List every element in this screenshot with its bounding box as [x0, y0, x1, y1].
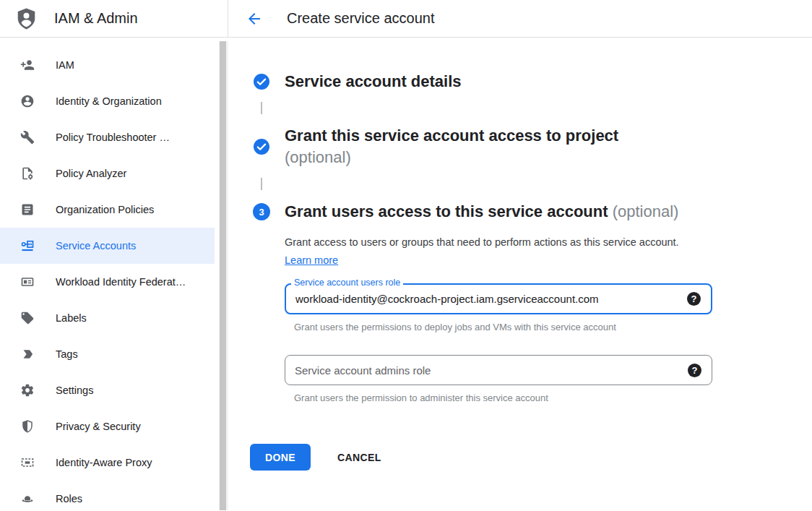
step-complete-check-icon	[253, 138, 270, 155]
learn-more-link[interactable]: Learn more	[285, 254, 338, 266]
create-service-account-panel: Service account details Grant this servi…	[228, 38, 812, 510]
page-title: Create service account	[287, 10, 435, 27]
sidebar-item-label: Roles	[56, 493, 82, 504]
sidebar-item-tags[interactable]: Tags	[0, 336, 215, 372]
gear-icon	[20, 383, 35, 398]
sidebar-scrollbar[interactable]	[219, 41, 228, 510]
service-account-key-icon	[20, 239, 35, 253]
step-optional-label: (optional)	[613, 202, 679, 220]
step-title: Grant this service account access to pro…	[285, 126, 618, 145]
sidebar-item-organization-policies[interactable]: Organization Policies	[0, 192, 215, 228]
sidebar-item-policy-troubleshooter[interactable]: Policy Troubleshooter …	[0, 119, 215, 155]
iam-shield-logo-icon	[16, 7, 37, 30]
sidebar-item-policy-analyzer[interactable]: Policy Analyzer	[0, 155, 215, 192]
step-grant-users-access[interactable]: 3 Grant users access to this service acc…	[253, 201, 812, 223]
step-connector-line	[261, 178, 262, 190]
badge-card-icon	[20, 275, 35, 289]
step-optional-label: (optional)	[285, 147, 618, 168]
sidebar-item-labels[interactable]: Labels	[0, 300, 215, 336]
field-helper-text: Grant users the permission to administer…	[294, 392, 712, 403]
sidebar-item-settings[interactable]: Settings	[0, 372, 215, 408]
step-title: Service account details	[285, 72, 462, 90]
wrench-icon	[20, 130, 35, 145]
label-tag-icon	[20, 311, 35, 325]
cancel-button[interactable]: CANCEL	[332, 444, 387, 471]
person-add-icon	[20, 58, 35, 72]
sidebar-item-workload-identity-federation[interactable]: Workload Identity Federat…	[0, 264, 215, 300]
page-header: Create service account	[228, 0, 812, 37]
scrollbar-thumb[interactable]	[220, 41, 226, 510]
step-number-badge: 3	[253, 203, 270, 220]
step-description: Grant access to users or groups that nee…	[285, 233, 686, 270]
step-connector-line	[261, 102, 262, 114]
product-title: IAM & Admin	[54, 10, 138, 27]
step-title: Grant users access to this service accou…	[285, 202, 608, 220]
top-bar: IAM & Admin Create service account	[0, 0, 812, 38]
step-grant-access-to-project[interactable]: Grant this service account access to pro…	[253, 125, 812, 168]
step-service-account-details[interactable]: Service account details	[253, 71, 812, 93]
done-button[interactable]: DONE	[250, 444, 311, 471]
shield-icon	[20, 419, 35, 434]
service-account-users-role-field: Service account users role ? Grant users…	[285, 283, 712, 332]
form-actions: DONE CANCEL	[250, 444, 812, 471]
sidebar-item-label: Identity-Aware Proxy	[56, 457, 152, 468]
sidebar-item-identity-organization[interactable]: Identity & Organization	[0, 83, 215, 119]
sidebar: IAM Identity & Organization Policy Troub…	[0, 38, 228, 510]
sidebar-item-privacy-security[interactable]: Privacy & Security	[0, 408, 215, 445]
step-complete-check-icon	[253, 73, 270, 90]
field-label: Service account users role	[291, 278, 403, 288]
sidebar-item-iam[interactable]: IAM	[0, 47, 215, 83]
proxy-icon	[20, 455, 35, 470]
sidebar-item-label: Policy Troubleshooter …	[56, 132, 170, 143]
account-circle-icon	[20, 94, 35, 108]
field-helper-text: Grant users the permissions to deploy jo…	[294, 322, 712, 332]
sidebar-item-label: Organization Policies	[56, 204, 154, 215]
help-icon[interactable]: ?	[688, 364, 701, 377]
sidebar-item-label: IAM	[56, 59, 74, 71]
sidebar-item-label: Service Accounts	[56, 240, 136, 252]
users-role-input[interactable]	[286, 285, 687, 313]
sidebar-item-service-accounts[interactable]: Service Accounts	[0, 228, 215, 264]
tag-arrow-icon	[20, 347, 35, 361]
help-icon[interactable]: ?	[687, 292, 701, 306]
sidebar-item-label: Identity & Organization	[56, 95, 162, 107]
roles-hat-icon	[20, 491, 35, 506]
sidebar-item-label: Labels	[56, 312, 87, 324]
service-account-admins-role-field: ? Grant users the permission to administ…	[285, 355, 712, 403]
sidebar-item-identity-aware-proxy[interactable]: Identity-Aware Proxy	[0, 445, 215, 481]
sidebar-item-label: Policy Analyzer	[56, 168, 126, 179]
sidebar-item-roles[interactable]: Roles	[0, 481, 215, 511]
sidebar-item-label: Workload Identity Federat…	[56, 276, 186, 288]
policy-analyzer-icon	[20, 166, 35, 181]
sidebar-item-label: Privacy & Security	[56, 421, 141, 432]
sidebar-item-label: Tags	[56, 348, 78, 360]
sidebar-item-label: Settings	[56, 385, 93, 396]
admins-role-input[interactable]	[285, 356, 688, 385]
back-arrow-icon[interactable]	[246, 10, 263, 27]
product-header: IAM & Admin	[0, 0, 228, 37]
article-icon	[20, 202, 35, 217]
